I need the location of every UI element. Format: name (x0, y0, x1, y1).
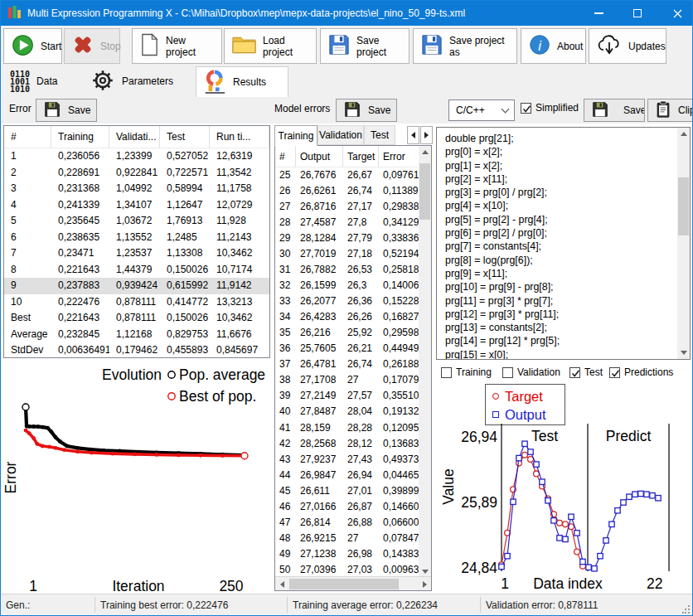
nav-data[interactable]: 0110 1001 1010 Data (3, 66, 80, 96)
model-errors-row[interactable]: 2626,626126,740,113891 (275, 183, 431, 199)
minimize-button[interactable] (581, 1, 616, 26)
runs-table-row[interactable]: StdDev0,006364910,1794620,4558930,845697 (4, 342, 269, 358)
load-project-button[interactable]: Load project (224, 28, 317, 64)
model-errors-row[interactable]: 2526,767626,670,097612 (275, 167, 431, 183)
resize-grip[interactable] (682, 605, 691, 614)
toggle-validation[interactable]: Validation (502, 366, 560, 378)
code-vscrollbar[interactable] (677, 128, 690, 359)
model-errors-row[interactable]: 2827,458727,80,341298 (275, 215, 431, 230)
model-errors-row[interactable]: 3526,21625,920,295984 (275, 325, 431, 341)
model-errors-row[interactable]: 3126,788226,530,258182 (275, 262, 431, 278)
model-errors-vscrollbar[interactable] (419, 146, 431, 578)
new-project-button[interactable]: New project (132, 28, 222, 64)
runs-table-row[interactable]: 90,2378830,9394240,61599211,9142 (4, 278, 269, 294)
app-window: Multi Expression Programming X - C:\Miha… (0, 0, 693, 616)
model-errors-row[interactable]: 4128,15928,280,120951 (275, 420, 431, 436)
code-line: prg[2] = x[11]; (445, 172, 690, 186)
about-button[interactable]: i About (521, 28, 586, 64)
model-errors-row[interactable]: 4927,123826,980,143835 (275, 546, 431, 562)
start-icon (12, 34, 34, 59)
svg-text:Pop. average: Pop. average (179, 366, 265, 383)
tab-test[interactable]: Test (364, 125, 395, 145)
maximize-button[interactable] (620, 1, 655, 26)
checkbox-icon (569, 367, 580, 378)
model-errors-row[interactable]: 3027,701927,180,521945 (275, 246, 431, 262)
runs-table-row[interactable]: 30,2313681,049920,5899411,1758 (4, 181, 269, 197)
model-errors-row[interactable]: 3726,478126,740,261882 (275, 357, 431, 372)
code-line: prg[6] = prg[2] / prg[0]; (445, 226, 690, 240)
model-errors-row[interactable]: 2726,871627,170,298384 (275, 199, 431, 215)
code-line: prg[9] = x[11]; (445, 267, 690, 280)
code-line: prg[8] = log(prg[6]); (445, 254, 690, 267)
toggle-predictions[interactable]: Predictions (609, 366, 673, 378)
start-button[interactable]: Start (3, 28, 62, 64)
gear-icon (90, 68, 115, 95)
toggle-test[interactable]: Test (569, 366, 603, 378)
stop-button[interactable]: Stop (64, 28, 120, 64)
toggle-training[interactable]: Training (441, 366, 492, 378)
runs-table-row[interactable]: Best0,2216430,8781110,15002610,3462 (4, 310, 269, 327)
code-line: prg[14] = prg[12] * prg[5]; (445, 334, 690, 347)
model-errors-row[interactable]: 4228,256828,120,136832 (275, 436, 431, 452)
tab-training[interactable]: Training (274, 125, 317, 146)
status-bar: Gen.: Training best error: 0,222476 Trai… (1, 594, 692, 615)
evolution-chart: EvolutionPop. averageBest of pop.Error1I… (3, 361, 270, 594)
updates-button[interactable]: Updates (589, 28, 666, 64)
save-project-as-button[interactable]: Save project as (413, 28, 517, 64)
title-bar: Multi Expression Programming X - C:\Miha… (1, 1, 692, 26)
model-errors-row[interactable]: 5027,039627,030,009634 (275, 562, 431, 578)
svg-text:22: 22 (647, 575, 662, 592)
runs-table-row[interactable]: 50,2356451,036721,7691311,928 (4, 213, 269, 230)
runs-table-row[interactable]: 100,2224760,8781110,41477213,3213 (4, 294, 269, 311)
model-errors-row[interactable]: 4426,984726,940,044650 (275, 468, 431, 483)
floppy-icon (44, 101, 61, 120)
model-errors-row[interactable]: 4826,9215270,078470 (275, 531, 431, 546)
model-errors-row[interactable]: 3326,207726,360,152287 (275, 293, 431, 309)
copy-to-clipboard-button[interactable]: Clipboard (647, 99, 693, 122)
runs-table-row[interactable]: 80,2216431,443790,15002610,7174 (4, 262, 269, 279)
runs-table-row[interactable]: 40,2413391,341071,1264712,0729 (4, 197, 269, 214)
runs-table-row[interactable]: Average0,2328451,121680,82975311,6676 (4, 327, 269, 343)
model-errors-row[interactable]: 3426,428326,260,168276 (275, 309, 431, 325)
save-error-button[interactable]: Save (36, 99, 97, 122)
cloud-download-icon (597, 34, 622, 59)
runs-table-row[interactable]: 20,2286910,9228410,72257111,3542 (4, 165, 269, 182)
model-errors-row[interactable]: 3927,214927,570,355103 (275, 388, 431, 404)
model-errors-row[interactable]: 4526,61127,010,398998 (275, 483, 431, 499)
code-line: prg[0] = x[2]; (445, 145, 690, 158)
model-errors-row[interactable]: 4327,923727,430,493738 (275, 452, 431, 468)
scroll-up-icon[interactable] (677, 128, 690, 140)
save-project-button[interactable]: Save project (320, 28, 410, 64)
checkbox-icon (609, 367, 620, 378)
tab-scroll-left-button[interactable] (407, 126, 419, 144)
save-model-errors-button[interactable]: Save (336, 99, 397, 122)
model-errors-row[interactable]: 4027,848728,040,191323 (275, 404, 431, 420)
scroll-up-icon[interactable] (419, 146, 431, 158)
code-panel[interactable]: double prg[21];prg[0] = x[2];prg[1] = x[… (436, 127, 691, 360)
nav-parameters[interactable]: Parameters (84, 66, 193, 96)
model-errors-row[interactable]: 4726,81426,880,066008 (275, 515, 431, 531)
save-code-button[interactable]: Save (584, 99, 645, 122)
model-errors-row[interactable]: 3625,760526,210,449498 (275, 341, 431, 357)
tab-scroll-right-button[interactable] (420, 126, 433, 144)
code-line: prg[11] = prg[3] * prg[7]; (445, 294, 690, 308)
runs-table-row[interactable]: 70,234711,235371,1330810,3462 (4, 245, 269, 262)
svg-text:26,94: 26,94 (461, 429, 497, 445)
model-errors-row[interactable]: 4627,016626,870,146609 (275, 499, 431, 515)
model-errors-row[interactable]: 2928,128427,790,338365 (275, 230, 431, 246)
runs-table-row[interactable]: 10,2360561,233990,52705212,6319 (4, 148, 269, 165)
tab-validation[interactable]: Validation (317, 125, 364, 145)
runs-table-row[interactable]: 60,2386351,135521,248511,2143 (4, 230, 269, 246)
new-page-icon (140, 33, 159, 59)
model-errors-hscrollbar[interactable] (275, 576, 431, 590)
nav-results[interactable]: Results (196, 66, 288, 97)
simplified-checkbox[interactable]: Simplified (521, 102, 579, 114)
scroll-right-icon[interactable] (418, 578, 431, 590)
language-select[interactable]: C/C++ (448, 99, 515, 121)
scroll-left-icon[interactable] (275, 578, 288, 590)
model-errors-row[interactable]: 3827,1708270,170794 (275, 372, 431, 388)
scroll-down-icon[interactable] (677, 347, 690, 359)
runs-summary-table: # Training Validati... Test Run ti... 10… (3, 125, 270, 358)
close-button[interactable] (661, 1, 693, 26)
model-errors-row[interactable]: 3226,159926,30,140062 (275, 278, 431, 293)
